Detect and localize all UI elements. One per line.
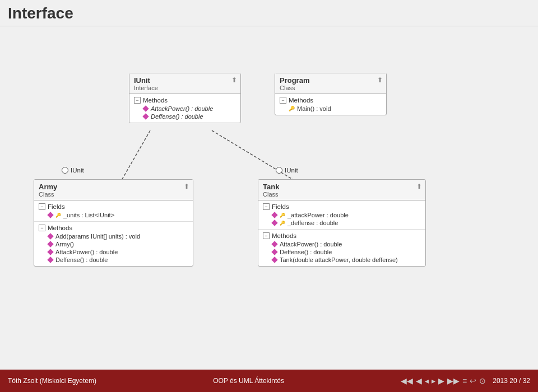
iunit-label-tank: IUnit [276,167,298,174]
tank-method-icon-2 [272,249,277,255]
field-icon-deffense [272,220,277,226]
tank-methods-section: − Methods AttackPower() : double Deffens… [258,230,425,266]
army-method-icon-4 [48,257,53,263]
nav-search-icon[interactable]: ⊙ [479,376,486,385]
tank-class-type: Class [263,191,421,198]
iunit-text-army: IUnit [71,167,84,174]
nav-prev-icon[interactable]: ◀ [416,376,422,385]
tank-class-box: Tank Class ⬆ − Fields 🔑 _attackPower : d… [258,179,426,267]
nav-right-icon[interactable]: ▸ [432,376,435,385]
svg-line-1 [212,130,297,182]
army-field-units: 🔑 _units : List<IUnit> [39,211,188,219]
tank-fields-section: − Fields 🔑 _attackPower : double 🔑 _deff… [258,200,425,230]
nav-left-icon[interactable]: ◂ [425,376,429,385]
method-icon-2 [143,114,149,119]
army-methods-toggle[interactable]: − [39,225,45,231]
iunit-method-attackpower: AttackPower() : double [134,105,236,113]
army-corner-icon: ⬆ [184,183,189,190]
tank-fields-label: Fields [272,203,289,210]
iunit-methods-label: Methods [143,97,168,104]
footer-title: OOP és UML Áttekintés [213,377,284,385]
tank-fields-toggle[interactable]: − [263,203,270,210]
program-class-type: Class [280,85,382,91]
method-icon-main: 🔑 [289,106,295,111]
iunit-class-box: IUnit Interface ⬆ − Methods AttackPower(… [129,73,241,123]
tank-methods-label: Methods [272,232,296,239]
tank-method-icon-1 [272,241,277,247]
nav-last-icon[interactable]: ▶▶ [447,376,460,385]
tank-method-attackpower: AttackPower() : double [263,240,421,248]
tank-field-attackpower: 🔑 _attackPower : double [263,211,421,219]
iunit-methods-section: − Methods AttackPower() : double Deffens… [129,94,240,123]
iunit-corner-icon: ⬆ [231,76,237,84]
army-method-constructor: Army() [39,240,188,248]
army-method-add: Add(params IUnit[] units) : void [39,232,188,240]
nav-undo-icon[interactable]: ↩ [470,376,476,385]
field-icon-attack [272,212,277,218]
footer: Tóth Zsolt (Miskolci Egyetem) OOP és UML… [0,370,538,392]
program-corner-icon: ⬆ [377,76,383,84]
page-title: Interface [8,4,530,22]
nav-list-icon[interactable]: ≡ [462,376,467,385]
iunit-class-type: Interface [134,85,236,91]
army-fields-toggle[interactable]: − [39,203,45,210]
tank-corner-icon: ⬆ [416,183,422,190]
program-methods-section: − Methods 🔑 Main() : void [275,94,386,115]
iunit-text-tank: IUnit [285,167,298,174]
army-method-attackpower: AttackPower() : double [39,248,188,256]
tank-method-icon-3 [272,257,277,263]
army-class-type: Class [39,191,188,198]
program-class-name: Program [280,76,382,85]
program-methods-label: Methods [289,97,313,104]
iunit-label-army: IUnit [62,167,84,174]
key-icon-units: 🔑 [55,213,61,218]
tank-class-name: Tank [263,183,421,191]
army-class-name: Army [39,183,188,191]
tank-method-constructor: Tank(double attackPower, double deffense… [263,256,421,264]
footer-page: 2013 20 / 32 [493,377,530,385]
army-methods-section: − Methods Add(params IUnit[] units) : vo… [34,222,193,266]
army-method-icon-3 [48,249,53,255]
nav-first-icon[interactable]: ◀◀ [401,376,413,385]
method-icon-1 [143,106,149,111]
iunit-circle-tank [276,167,282,174]
footer-author: Tóth Zsolt (Miskolci Egyetem) [8,377,96,385]
army-method-icon-2 [48,241,53,247]
tank-method-deffense: Deffense() : double [263,248,421,256]
army-class-box: Army Class ⬆ − Fields 🔑 _units : List<IU… [34,179,193,267]
army-fields-label: Fields [48,203,65,210]
tank-field-deffense: 🔑 _deffense : double [263,219,421,227]
key-icon-deffense: 🔑 [280,221,285,226]
army-method-icon-1 [48,234,53,239]
nav-next-icon[interactable]: ▶ [438,376,444,385]
tank-methods-toggle[interactable]: − [263,232,270,239]
navigation-icons[interactable]: ◀◀ ◀ ◂ ▸ ▶ ▶▶ ≡ ↩ ⊙ [401,376,486,385]
key-icon-attack: 🔑 [280,213,285,218]
iunit-methods-toggle[interactable]: − [134,97,141,104]
program-methods-toggle[interactable]: − [280,97,286,104]
iunit-method-deffense: Deffense() : double [134,113,236,120]
svg-line-0 [120,130,150,182]
main-content: IUnit Interface ⬆ − Methods AttackPower(… [0,28,538,370]
field-icon-units [48,212,53,218]
program-class-box: Program Class ⬆ − Methods 🔑 Main() : voi… [275,73,387,115]
army-methods-label: Methods [48,225,72,231]
army-method-deffense: Deffense() : double [39,256,188,264]
iunit-class-name: IUnit [134,76,236,85]
program-method-main: 🔑 Main() : void [280,105,382,113]
iunit-circle-army [62,167,68,174]
army-fields-section: − Fields 🔑 _units : List<IUnit> [34,200,193,222]
header: Interface [0,0,538,26]
